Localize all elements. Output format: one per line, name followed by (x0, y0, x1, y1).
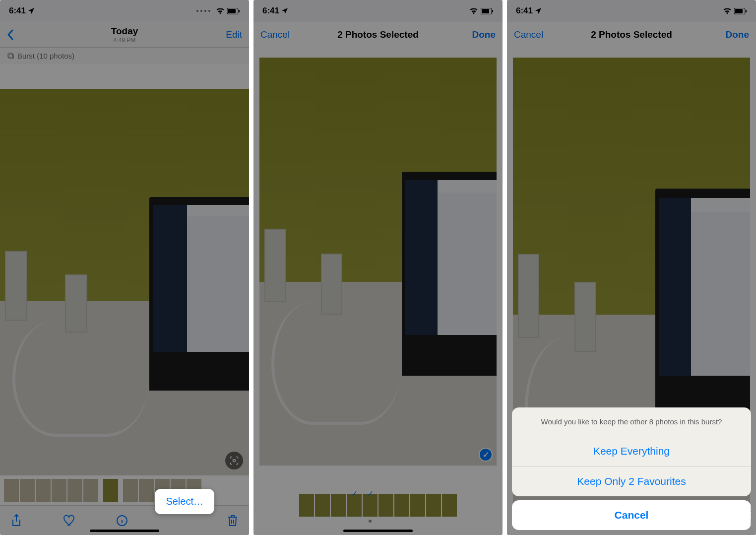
status-bar: 6:41 (507, 0, 756, 22)
share-icon (11, 514, 22, 528)
nav-title: 2 Photos Selected (300, 29, 456, 40)
done-button[interactable]: Done (456, 29, 496, 40)
status-bar: 6:41 (253, 0, 503, 22)
nav-bar: Cancel 2 Photos Selected Done (507, 22, 756, 48)
home-indicator[interactable] (90, 530, 159, 532)
thumbnail[interactable] (299, 494, 314, 517)
photo-viewer[interactable]: ✓ ✓ ✓ (253, 48, 503, 535)
thumbnail[interactable] (139, 479, 154, 502)
thumbnail[interactable] (123, 479, 138, 502)
nav-title: Today (47, 26, 202, 37)
back-button[interactable] (7, 29, 47, 40)
svg-rect-9 (492, 10, 493, 12)
svg-rect-4 (8, 53, 12, 58)
heart-icon (63, 515, 76, 527)
action-sheet: Would you like to keep the other 8 photo… (512, 407, 751, 530)
svg-rect-1 (228, 9, 236, 13)
thumbnail-selected[interactable]: ✓ (363, 494, 378, 517)
sheet-cancel-button[interactable]: Cancel (512, 500, 751, 530)
status-time: 6:41 (516, 6, 533, 16)
screen-1-photo-detail: 6:41 Today 4:49 PM Edit Burst ( (0, 0, 249, 535)
svg-rect-3 (9, 54, 13, 59)
svg-rect-11 (735, 9, 743, 13)
status-bar: 6:41 (0, 0, 249, 22)
status-time: 6:41 (262, 6, 279, 16)
burst-icon (7, 52, 15, 60)
keep-everything-button[interactable]: Keep Everything (512, 436, 751, 467)
thumbnail[interactable] (4, 479, 19, 502)
photo-viewer[interactable] (0, 64, 249, 475)
nav-title: 2 Photos Selected (554, 29, 709, 40)
info-button[interactable] (115, 513, 129, 528)
svg-rect-2 (239, 10, 240, 12)
thumbnail[interactable] (36, 479, 51, 502)
info-icon (116, 515, 128, 527)
visual-lookup-icon[interactable] (225, 452, 243, 469)
edit-button[interactable]: Edit (202, 29, 242, 40)
burst-label-text: Burst (10 photos) (17, 52, 74, 60)
battery-icon (481, 8, 494, 14)
selected-check-icon[interactable]: ✓ (479, 448, 493, 462)
svg-point-5 (233, 460, 236, 462)
battery-icon (227, 8, 240, 14)
chevron-left-icon (7, 29, 14, 40)
watermark: www.deuaq.com (750, 504, 754, 533)
battery-icon (734, 8, 747, 14)
thumbnail[interactable] (20, 479, 35, 502)
thumbnail[interactable] (410, 494, 425, 517)
select-popup-button[interactable]: Select… (155, 489, 214, 514)
thumbnail[interactable] (394, 494, 409, 517)
burst-thumbnail-strip[interactable]: ✓ ✓ (253, 490, 503, 520)
svg-rect-8 (482, 9, 489, 13)
wifi-icon (216, 7, 225, 14)
thumbnail[interactable] (315, 494, 330, 517)
thumbnail[interactable] (83, 479, 98, 502)
home-indicator[interactable] (343, 530, 413, 532)
photo-content (259, 58, 497, 466)
burst-label: Burst (10 photos) (0, 48, 249, 64)
photo-content (0, 89, 249, 475)
thumbnail[interactable] (378, 494, 393, 517)
delete-button[interactable] (225, 513, 240, 528)
status-time: 6:41 (9, 6, 26, 16)
thumbnail-selected[interactable]: ✓ (347, 494, 362, 517)
sheet-message: Would you like to keep the other 8 photo… (512, 407, 751, 436)
thumbnail[interactable] (103, 479, 118, 502)
favorite-button[interactable] (62, 513, 77, 528)
thumbnail[interactable] (52, 479, 66, 502)
wifi-icon (723, 7, 732, 14)
screen-3-action-sheet: 6:41 Cancel 2 Photos Selected Done (507, 0, 756, 535)
screen-2-burst-select: 6:41 Cancel 2 Photos Selected Done ✓ (253, 0, 503, 535)
thumbnail[interactable] (442, 494, 457, 517)
svg-rect-12 (746, 10, 747, 12)
trash-icon (227, 514, 238, 527)
wifi-icon (469, 7, 478, 14)
location-arrow-icon (534, 7, 542, 15)
cancel-button[interactable]: Cancel (514, 29, 554, 40)
share-button[interactable] (9, 513, 24, 528)
nav-bar: Cancel 2 Photos Selected Done (253, 22, 503, 48)
thumbnail[interactable] (426, 494, 441, 517)
location-arrow-icon (281, 7, 289, 15)
done-button[interactable]: Done (709, 29, 749, 40)
thumbnail[interactable] (331, 494, 346, 517)
cancel-button[interactable]: Cancel (260, 29, 300, 40)
location-arrow-icon (27, 7, 35, 15)
nav-bar: Today 4:49 PM Edit (0, 22, 249, 48)
nav-subtitle: 4:49 PM (47, 37, 202, 44)
thumbnail[interactable] (67, 479, 82, 502)
keep-favourites-button[interactable]: Keep Only 2 Favourites (512, 467, 751, 496)
